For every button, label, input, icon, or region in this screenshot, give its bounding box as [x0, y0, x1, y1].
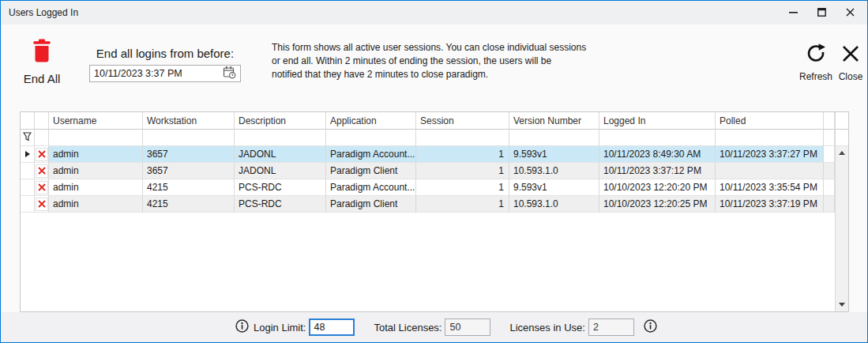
scrollbar-header-spacer — [835, 112, 848, 130]
info-icon[interactable] — [644, 319, 657, 336]
licenses-in-use-field — [588, 318, 634, 336]
close-icon — [841, 53, 860, 66]
minimize-icon — [789, 6, 798, 20]
end-before-input[interactable] — [94, 68, 223, 79]
filter-input-session[interactable] — [416, 130, 509, 146]
column-header-workstation[interactable]: Workstation — [143, 112, 235, 130]
cell-username: admin — [49, 179, 143, 196]
vertical-scrollbar[interactable] — [835, 146, 848, 311]
scroll-down-icon — [839, 303, 845, 307]
column-header-version[interactable]: Version Number — [509, 112, 599, 130]
column-header-username[interactable]: Username — [49, 112, 143, 130]
row-filler-cell — [824, 163, 835, 179]
scrollbar-filter-spacer — [835, 130, 848, 146]
cell-application: Paradigm Client — [326, 163, 416, 179]
minimize-button[interactable] — [779, 1, 807, 24]
column-header-polled[interactable]: Polled — [716, 112, 824, 130]
filter-input-description[interactable] — [235, 130, 326, 146]
cell-polled: 10/11/2023 3:35:54 PM — [716, 179, 824, 196]
window-close-icon — [846, 6, 855, 20]
cell-workstation: 3657 — [143, 146, 235, 163]
cell-username: admin — [49, 146, 143, 163]
end-session-button[interactable] — [36, 148, 48, 161]
row-filler-cell — [824, 179, 835, 196]
cell-workstation: 4215 — [143, 196, 235, 213]
footer-bar: Login Limit: Total Licenses: Licenses in… — [1, 312, 867, 342]
cell-version: 10.593.1.0 — [509, 163, 599, 179]
filter-input-logged-in[interactable] — [599, 130, 716, 146]
current-row-icon — [25, 151, 30, 157]
cell-workstation: 3657 — [143, 163, 235, 179]
close-label: Close — [835, 71, 866, 82]
cell-workstation: 4215 — [143, 179, 235, 196]
cell-logged-in: 10/11/2023 8:49:30 AM — [599, 146, 716, 163]
info-icon[interactable] — [235, 319, 249, 336]
sessions-table: Username Workstation Description Applica… — [20, 111, 849, 312]
end-session-button[interactable] — [36, 198, 48, 211]
cell-logged-in: 10/11/2023 3:37:12 PM — [599, 163, 716, 179]
maximize-button[interactable] — [807, 1, 836, 24]
cell-application: Paradigm Account... — [326, 179, 416, 196]
row-indicator-cell — [21, 179, 35, 196]
refresh-label: Refresh — [795, 71, 836, 82]
filter-input-username[interactable] — [49, 130, 143, 146]
calendar-clock-icon[interactable] — [223, 66, 236, 82]
filter-input-version[interactable] — [509, 130, 599, 146]
cell-polled: 10/11/2023 3:37:27 PM — [716, 146, 824, 163]
window-close-button[interactable] — [836, 1, 864, 24]
cell-application: Paradigm Account... — [326, 146, 416, 163]
window-title: Users Logged In — [9, 7, 78, 18]
cell-session: 1 — [416, 146, 509, 163]
table-row[interactable]: admin 4215 PCS-RDC Paradigm Account... 1… — [21, 179, 848, 196]
cell-description: JADONL — [235, 146, 326, 163]
cell-logged-in: 10/10/2023 12:20:25 PM — [599, 196, 716, 213]
cell-session: 1 — [416, 196, 509, 213]
cell-description: PCS-RDC — [235, 179, 326, 196]
row-delete-cell — [35, 146, 49, 163]
end-session-button[interactable] — [36, 181, 48, 194]
end-all-button[interactable]: End All — [7, 39, 77, 85]
row-filler-cell — [824, 196, 835, 213]
scroll-up-button[interactable] — [836, 146, 848, 160]
cell-username: admin — [49, 196, 143, 213]
filter-input-polled[interactable] — [716, 130, 824, 146]
table-row[interactable]: admin 3657 JADONL Paradigm Client 1 10.5… — [21, 163, 848, 179]
end-session-button[interactable] — [36, 164, 48, 178]
titlebar: Users Logged In — [1, 1, 867, 24]
filter-input-workstation[interactable] — [143, 130, 235, 146]
total-licenses-label: Total Licenses: — [374, 322, 442, 334]
cell-logged-in: 10/10/2023 12:20:20 PM — [599, 179, 716, 196]
table-row[interactable]: admin 3657 JADONL Paradigm Account... 1 … — [21, 146, 848, 163]
filter-input-application[interactable] — [326, 130, 416, 146]
users-logged-in-window: Users Logged In End All — [0, 0, 868, 343]
row-indicator-cell — [21, 196, 35, 213]
cell-version: 9.593v1 — [509, 179, 599, 196]
funnel-icon[interactable] — [23, 132, 32, 144]
window-controls — [779, 1, 864, 24]
scroll-down-button[interactable] — [836, 298, 848, 311]
row-indicator-cell — [21, 146, 35, 163]
end-all-label: End All — [7, 72, 77, 85]
row-filler-cell — [824, 146, 835, 163]
toolbar: End All End all logins from before: — [1, 24, 867, 111]
column-header-application[interactable]: Application — [326, 112, 416, 130]
cell-description: PCS-RDC — [235, 196, 326, 213]
column-header-logged-in[interactable]: Logged In — [599, 112, 716, 130]
licenses-in-use-label: Licenses in Use: — [509, 322, 584, 334]
end-before-group: End all logins from before: — [89, 47, 241, 82]
end-before-datebox — [89, 65, 241, 82]
end-before-label: End all logins from before: — [89, 47, 241, 60]
filter-indicator-cell — [21, 130, 35, 146]
close-button[interactable]: Close — [835, 42, 866, 82]
table-row[interactable]: admin 4215 PCS-RDC Paradigm Client 1 10.… — [21, 196, 848, 213]
filter-row — [21, 130, 848, 146]
column-header-session[interactable]: Session — [416, 112, 509, 130]
column-header-description[interactable]: Description — [235, 112, 326, 130]
login-limit-input[interactable] — [309, 318, 355, 336]
row-delete-cell — [35, 196, 49, 213]
filter-filler-cell — [824, 130, 835, 146]
cell-version: 10.593.1.0 — [509, 196, 599, 213]
refresh-button[interactable]: Refresh — [795, 42, 836, 82]
total-licenses-field — [445, 318, 490, 336]
cell-description: JADONL — [235, 163, 326, 179]
